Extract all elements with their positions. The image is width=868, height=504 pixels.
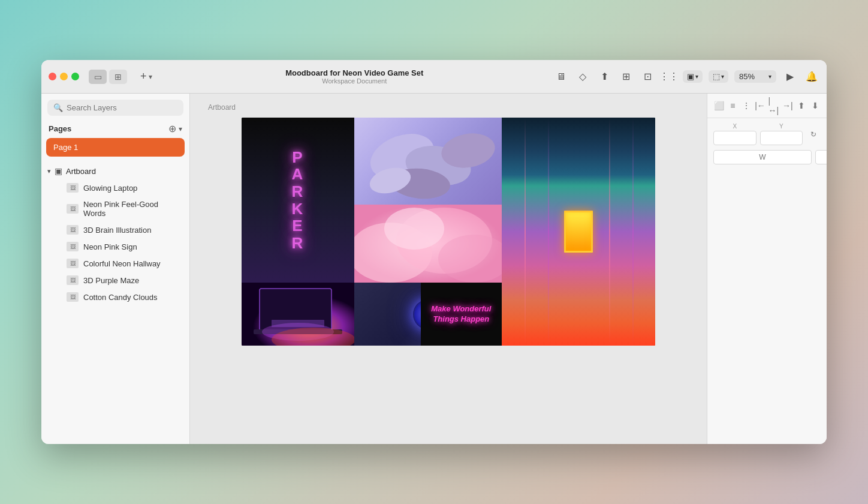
parker-letters: P A R K E R [292, 149, 305, 252]
y-field: Y [760, 123, 803, 145]
artboard-header[interactable]: ▾ ▣ Artboard [41, 163, 189, 179]
svg-point-9 [384, 208, 444, 250]
grid-view-icon[interactable]: ⊞ [109, 70, 127, 84]
mode-arrow-icon: ▾ [721, 73, 724, 80]
sidebar-item-page1[interactable]: Page 1 [46, 138, 185, 157]
layer-name: Colorful Neon Hallway [83, 259, 161, 268]
right-panel: ⬜ ≡ ⋮ |← |↔| →| ⬆ ⬇ X Y ↻ [707, 94, 827, 444]
coordinates-row: X Y ↻ [707, 118, 827, 150]
distribute-left-icon[interactable]: |← [755, 98, 766, 113]
align-center-icon[interactable]: ≡ [727, 98, 739, 113]
play-button[interactable]: ▶ [782, 69, 798, 85]
parker-r2: R [292, 235, 305, 252]
sidebar: 🔍 Pages ⊕ ▾ Page 1 ▾ ▣ Artboard 🖼 [41, 94, 190, 444]
toolbar-icons: 🖥 ◇ ⬆ ⊞ ⊡ ⋮⋮ ▣ ▾ ⬚ ▾ 85% ▾ ▶ 🔔 [553, 69, 819, 85]
search-icon: 🔍 [53, 103, 63, 112]
layer-name: Cotton Candy Clouds [83, 293, 158, 302]
plus-icon: + [140, 70, 147, 83]
align-vert-icon[interactable]: ⋮ [741, 98, 752, 113]
svg-rect-15 [272, 320, 324, 327]
moodboard-cell-laptop [242, 283, 354, 346]
pages-header: Pages ⊕ ▾ [41, 121, 189, 138]
layer-name: Neon Pink Feel-Good Words [83, 200, 179, 218]
notification-bell-icon[interactable]: 🔔 [804, 69, 819, 85]
single-view-icon[interactable]: ▭ [89, 70, 107, 84]
artboard-icon: ▣ [55, 166, 62, 176]
layers-section: ▾ ▣ Artboard 🖼 Glowing Laptop 🖼 Neon Pin… [41, 163, 189, 444]
moodboard-cell-parker: P A R K E R [242, 118, 354, 283]
layer-name: 3D Purple Maze [83, 276, 139, 285]
layer-item-3d-brain[interactable]: 🖼 3D Brain Illustration [45, 221, 186, 238]
artboard-canvas-label: Artboard [208, 103, 236, 112]
height-input[interactable] [815, 150, 827, 164]
hallway-visual [502, 118, 655, 346]
pages-actions: ⊕ ▾ [168, 123, 182, 134]
document-title: Moodboard for Neon Video Game Set [285, 68, 423, 77]
screen-icon[interactable]: 🖥 [553, 69, 569, 85]
distribute-right-icon[interactable]: →| [782, 98, 793, 113]
layer-thumbnail: 🖼 [67, 204, 79, 214]
neon-text-overlay: Make Wonderful Things Happen [421, 283, 502, 346]
body: 🔍 Pages ⊕ ▾ Page 1 ▾ ▣ Artboard 🖼 [41, 94, 827, 444]
layer-thumbnail: 🖼 [67, 225, 79, 235]
laptop-svg [242, 283, 354, 346]
zoom-control[interactable]: 85% ▾ [734, 70, 776, 83]
upload-icon[interactable]: ⬆ [596, 69, 612, 85]
mode-dropdown[interactable]: ⬚ ▾ [709, 70, 728, 83]
dropdown-chevron-icon: ▾ [149, 73, 152, 81]
layout-icon[interactable]: ⊞ [618, 69, 634, 85]
add-page-icon[interactable]: ⊕ [168, 123, 176, 134]
layer-item-purple-maze[interactable]: 🖼 3D Purple Maze [45, 272, 186, 289]
crop-icon[interactable]: ⊡ [640, 69, 655, 85]
layer-thumbnail: 🖼 [67, 242, 79, 251]
layer-thumbnail: 🖼 [67, 183, 79, 193]
component-dropdown[interactable]: ▣ ▾ [683, 70, 703, 83]
maximize-button[interactable] [71, 73, 79, 80]
width-input[interactable] [713, 150, 812, 164]
neon-quote-text: Make Wonderful Things Happen [426, 304, 497, 325]
layer-thumbnail: 🖼 [67, 292, 79, 302]
search-bar[interactable]: 🔍 [47, 100, 183, 116]
x-field: X [713, 123, 757, 145]
layer-item-cotton-candy[interactable]: 🖼 Cotton Candy Clouds [45, 289, 186, 305]
diamond-icon[interactable]: ◇ [575, 69, 590, 85]
document-title-area: Moodboard for Neon Video Game Set Worksp… [161, 68, 548, 85]
traffic-lights [49, 73, 79, 80]
zoom-arrow-icon: ▾ [768, 73, 771, 80]
grid-icon[interactable]: ⋮⋮ [661, 69, 677, 85]
view-toggle: ▭ ⊞ [89, 70, 127, 84]
align-bottom-icon[interactable]: ⬇ [809, 98, 821, 113]
hallway-lines [502, 118, 655, 346]
canvas-area[interactable]: Artboard P A R K E R [190, 94, 707, 444]
pages-label: Pages [49, 124, 71, 133]
titlebar: ▭ ⊞ + ▾ Moodboard for Neon Video Game Se… [41, 60, 827, 94]
moodboard-cell-brain: Make Wonderful Things Happen [354, 283, 502, 346]
x-input[interactable] [713, 131, 757, 145]
component-icon: ▣ [687, 72, 694, 81]
layer-item-hallway[interactable]: 🖼 Colorful Neon Hallway [45, 255, 186, 272]
rotate-icon[interactable]: ↻ [806, 127, 821, 142]
search-input[interactable] [67, 103, 177, 112]
layer-name: Glowing Laptop [83, 184, 137, 193]
y-input[interactable] [760, 131, 803, 145]
pages-dropdown-icon[interactable]: ▾ [179, 125, 182, 133]
align-left-icon[interactable]: ⬜ [713, 98, 725, 113]
layer-name: 3D Brain Illustration [83, 226, 151, 235]
parker-e: E [292, 217, 303, 235]
right-toolbar: ⬜ ≡ ⋮ |← |↔| →| ⬆ ⬇ [707, 94, 827, 118]
layer-thumbnail: 🖼 [67, 259, 79, 268]
parker-r: R [292, 183, 305, 200]
app-window: ▭ ⊞ + ▾ Moodboard for Neon Video Game Se… [41, 60, 827, 444]
layer-item-neon-pink[interactable]: 🖼 Neon Pink Feel-Good Words [45, 196, 186, 221]
layer-item-neon-sign[interactable]: 🖼 Neon Pink Sign [45, 238, 186, 255]
layer-item-glowing-laptop[interactable]: 🖼 Glowing Laptop [45, 179, 186, 196]
close-button[interactable] [49, 73, 56, 80]
moodboard-cell-shapes [354, 118, 502, 205]
distribute-center-icon[interactable]: |↔| [768, 98, 780, 113]
minimize-button[interactable] [60, 73, 68, 80]
add-button[interactable]: + ▾ [137, 68, 156, 85]
align-top-icon[interactable]: ⬆ [795, 98, 807, 113]
artboard[interactable]: P A R K E R [242, 118, 655, 346]
size-row: △ ▷ [707, 150, 827, 169]
document-subtitle: Workspace Document [322, 77, 387, 85]
